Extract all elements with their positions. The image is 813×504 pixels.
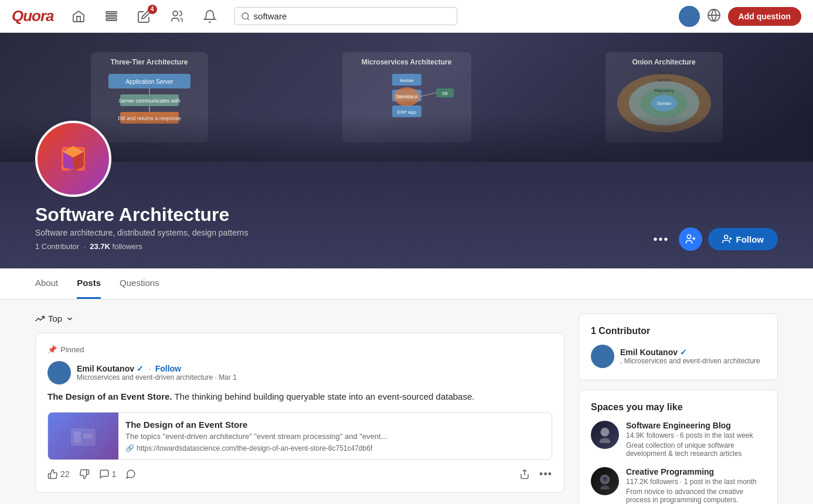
contributors-title: 1 Contributor [591, 326, 766, 336]
post-author: Emil Koutanov ✓ · Follow Microservices a… [47, 361, 552, 384]
svg-text:DB: DB [442, 91, 448, 96]
reply-button[interactable] [125, 469, 136, 479]
chat-icon [125, 469, 136, 479]
language-icon[interactable] [707, 8, 721, 25]
space-info-1: Software Engineering Blog 14.9K follower… [626, 421, 766, 458]
comment-button[interactable]: 1 [99, 469, 117, 479]
tab-posts[interactable]: Posts [77, 268, 101, 299]
svg-point-46 [601, 428, 610, 437]
contributor-avatar[interactable] [591, 345, 614, 368]
spaces-title: Spaces you may like [591, 402, 766, 413]
link-preview-content: The Design of an Event Store The topics … [118, 413, 394, 459]
contributor-item: Emil Koutanov ✓ , Microservices and even… [591, 345, 766, 368]
author-meta: Microservices and event-driven architect… [77, 373, 237, 382]
chevron-down-icon [66, 315, 74, 323]
page-title: Software Architecture [35, 204, 778, 226]
space-desc-2: From novice to advanced the creative pro… [626, 488, 766, 504]
spaces-card: Spaces you may like Software Engineering… [579, 390, 778, 504]
left-column: Top 📌 Pinned Emil Koutanov ✓ · [35, 314, 564, 504]
share-icon [519, 469, 530, 479]
notifications-icon[interactable] [199, 6, 220, 27]
navbar-right: Add question [679, 6, 801, 27]
home-icon[interactable] [68, 6, 89, 27]
link-title: The Design of an Event Store [125, 420, 387, 430]
follow-button[interactable]: Follow [708, 228, 778, 250]
follow-label: Follow [736, 234, 764, 244]
quora-logo[interactable]: Quora [12, 7, 54, 25]
upvote-icon [47, 469, 58, 479]
link-preview[interactable]: The Design of an Event Store The topics … [47, 412, 552, 460]
search-input[interactable] [254, 11, 451, 21]
space-desc-1: Great collection of unique software deve… [626, 441, 766, 458]
answer-icon[interactable]: 4 [134, 6, 155, 27]
author-avatar[interactable] [47, 361, 71, 384]
post-body: The Design of an Event Store. The thinki… [47, 390, 552, 404]
tabs-bar: About Posts Questions [0, 268, 813, 299]
svg-point-3 [173, 11, 178, 16]
downvote-button[interactable] [79, 469, 90, 479]
pin-icon: 📌 [47, 345, 57, 354]
search-icon [241, 12, 250, 21]
space-name-1[interactable]: Software Engineering Blog [626, 421, 766, 430]
verified-icon: ✓ [137, 364, 144, 373]
post-follow-link[interactable]: Follow [155, 364, 181, 373]
space-item-2: Creative Programming 117.2K followers · … [591, 467, 766, 504]
svg-rect-44 [83, 434, 93, 438]
contributor-name[interactable]: Emil Koutanov ✓ [620, 348, 760, 357]
post-body-strong: The Design of an Event Store. [47, 391, 172, 401]
svg-rect-43 [74, 431, 81, 443]
search-bar[interactable] [234, 7, 457, 25]
svg-rect-2 [106, 19, 117, 21]
link-preview-image [48, 413, 118, 459]
top-filter[interactable]: Top [35, 314, 564, 323]
svg-text:Mobile: Mobile [400, 78, 414, 83]
add-question-button[interactable]: Add question [728, 7, 801, 26]
spaces-icon[interactable] [166, 6, 188, 27]
post-card: 📌 Pinned Emil Koutanov ✓ · Follow Micros… [35, 333, 564, 493]
more-options-post-button[interactable]: ••• [539, 468, 552, 481]
author-name-line: Emil Koutanov ✓ · Follow [77, 364, 237, 373]
profile-actions: ••• Follow [649, 227, 778, 251]
svg-point-39 [724, 235, 727, 239]
link-icon: 🔗 [125, 444, 134, 452]
profile-avatar [35, 121, 111, 197]
contributor-verified-icon: ✓ [680, 348, 687, 357]
post-actions: 22 1 [47, 468, 552, 481]
space-item: Software Engineering Blog 14.9K follower… [591, 421, 766, 458]
nav-icons: 4 [68, 6, 220, 27]
svg-text:Application Server: Application Server [125, 79, 174, 85]
svg-point-4 [242, 13, 249, 19]
svg-text:ERP App: ERP App [397, 110, 416, 115]
banner-overlay [0, 115, 813, 162]
author-info: Emil Koutanov ✓ · Follow Microservices a… [77, 364, 237, 382]
post-body-text: The thinking behind building queryable s… [174, 391, 474, 401]
space-meta-1: 14.9K followers · 6 posts in the last we… [626, 431, 766, 440]
user-avatar[interactable] [679, 6, 700, 27]
tab-questions[interactable]: Questions [120, 268, 159, 299]
space-info-2: Creative Programming 117.2K followers · … [626, 467, 766, 504]
add-contributor-button[interactable] [679, 227, 702, 251]
share-button[interactable] [519, 469, 530, 479]
svg-point-47 [600, 438, 611, 443]
contributor-info: Emil Koutanov ✓ , Microservices and even… [620, 348, 760, 365]
space-avatar-1[interactable] [591, 421, 619, 449]
link-desc: The topics "event-driven architecture" "… [125, 432, 387, 441]
space-avatar-2[interactable] [591, 467, 619, 495]
link-url: 🔗 https://towardsdatascience.com/the-des… [125, 444, 387, 452]
downvote-icon [79, 469, 90, 479]
contributor-sub: , Microservices and event-driven archite… [620, 357, 760, 365]
svg-rect-0 [106, 12, 117, 13]
upvote-count: 22 [60, 469, 70, 479]
space-name-2[interactable]: Creative Programming [626, 467, 766, 476]
svg-text:Domain: Domain [656, 101, 671, 105]
author-name-text[interactable]: Emil Koutanov [77, 364, 134, 373]
svg-text:Server communicates with: Server communicates with [118, 98, 181, 104]
upvote-button[interactable]: 22 [47, 469, 70, 479]
tab-about[interactable]: About [35, 268, 58, 299]
profile-avatar-wrap [35, 121, 111, 197]
svg-point-49 [601, 485, 610, 489]
pinned-label: 📌 Pinned [47, 345, 552, 354]
feed-icon[interactable] [101, 6, 122, 27]
more-options-button[interactable]: ••• [649, 229, 672, 250]
profile-section: Software Architecture Software architect… [0, 162, 813, 268]
